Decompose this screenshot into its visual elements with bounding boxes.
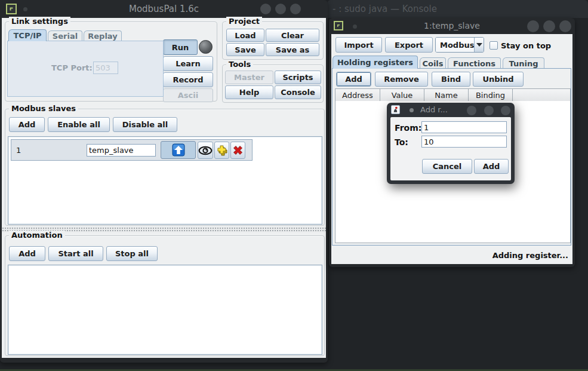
learn-button[interactable]: Learn: [163, 56, 213, 71]
chevron-down-icon[interactable]: [474, 38, 484, 52]
record-button[interactable]: Record: [163, 72, 213, 87]
status-text: Adding register...: [492, 251, 568, 260]
modbuspal-content: Link settings TCP/IP Serial Replay TCP P…: [2, 18, 326, 358]
titlebar-dot-icon: [410, 108, 414, 112]
register-unbind-button[interactable]: Unbind: [473, 72, 524, 87]
tcp-port-field[interactable]: [93, 62, 118, 74]
col-binding[interactable]: Binding: [469, 89, 513, 101]
start-all-button[interactable]: Start all: [48, 246, 103, 261]
konsole-titlebar: - : sudo java — Konsole: [327, 0, 588, 18]
automation-add-button[interactable]: Add: [9, 246, 45, 261]
add-registers-dialog: Add r... From: To: Cancel Add: [387, 103, 515, 184]
from-field[interactable]: [421, 121, 507, 133]
up-arrow-icon: [172, 143, 185, 157]
modbuspal-titlebar[interactable]: ModbusPal 1.6c: [0, 0, 328, 18]
project-title: Project: [226, 17, 262, 26]
tab-holding-registers[interactable]: Holding registers: [333, 56, 418, 69]
dialog-content: From: To: Cancel Add: [390, 117, 511, 180]
slave-id: 1: [16, 146, 21, 155]
clear-button[interactable]: Clear: [266, 29, 319, 42]
maximize-button[interactable]: [275, 4, 286, 14]
maximize-button[interactable]: [484, 106, 494, 115]
dialog-add-button[interactable]: Add: [474, 159, 509, 174]
modbuspal-window: ModbusPal 1.6c Link settings TCP/IP Seri…: [0, 0, 328, 363]
combobox-value: Modbus: [436, 38, 474, 52]
to-label: To:: [395, 137, 408, 147]
load-button[interactable]: Load: [226, 29, 264, 42]
slave-add-button[interactable]: Add: [9, 117, 45, 132]
close-button[interactable]: [290, 4, 301, 14]
double-plus-icon: [216, 144, 229, 157]
maximize-button[interactable]: [543, 20, 555, 32]
link-led-icon: [199, 40, 213, 54]
scripts-button[interactable]: Scripts: [275, 70, 321, 84]
to-field[interactable]: [421, 136, 507, 148]
tab-functions[interactable]: Functions: [448, 57, 501, 69]
console-button[interactable]: Console: [275, 85, 321, 99]
dialog-app-icon: [391, 105, 400, 114]
delete-x-icon: [232, 144, 244, 157]
automation-title: Automation: [9, 231, 65, 240]
tools-title: Tools: [226, 60, 253, 69]
konsole-title: - : sudo java — Konsole: [333, 4, 437, 14]
dialog-title: Add r...: [420, 105, 448, 114]
eye-icon: [198, 146, 213, 155]
tab-tcpip[interactable]: TCP/IP: [8, 29, 47, 41]
minimize-button[interactable]: [527, 20, 539, 32]
from-label: From:: [395, 123, 421, 133]
stay-on-top-checkbox[interactable]: [490, 41, 498, 50]
tcp-port-label: TCP Port:: [51, 63, 93, 72]
stop-all-button[interactable]: Stop all: [106, 246, 158, 261]
col-name[interactable]: Name: [424, 89, 469, 101]
stay-on-top-label: Stay on top: [501, 41, 551, 50]
run-button[interactable]: Run: [163, 39, 198, 55]
enable-all-button[interactable]: Enable all: [48, 117, 110, 132]
slave-eye-button[interactable]: [198, 142, 213, 159]
col-value[interactable]: Value: [380, 89, 424, 101]
save-as-button[interactable]: Save as: [266, 43, 319, 56]
automation-list[interactable]: [8, 265, 322, 355]
slave-row: 1: [11, 139, 253, 161]
import-button[interactable]: Import: [335, 37, 382, 53]
export-button[interactable]: Export: [385, 37, 433, 53]
minimize-button[interactable]: [260, 4, 271, 14]
slave-name-field[interactable]: [87, 144, 156, 157]
slave-duplicate-button[interactable]: [214, 142, 229, 159]
tab-tuning[interactable]: Tuning: [503, 57, 544, 69]
register-remove-button[interactable]: Remove: [375, 72, 428, 87]
tcpip-panel: TCP Port:: [7, 41, 164, 97]
dialog-cancel-button[interactable]: Cancel: [422, 159, 472, 174]
slave-enabled-toggle[interactable]: [161, 141, 196, 159]
tab-replay[interactable]: Replay: [84, 30, 122, 41]
save-button[interactable]: Save: [226, 43, 264, 56]
disable-all-button[interactable]: Disable all: [113, 117, 177, 132]
link-settings-title: Link settings: [9, 17, 70, 26]
register-add-button[interactable]: Add: [336, 72, 371, 87]
tab-serial[interactable]: Serial: [48, 30, 82, 41]
slave-titlebar[interactable]: 1:temp_slave: [329, 18, 575, 34]
col-address[interactable]: Address: [335, 89, 380, 101]
help-button[interactable]: Help: [225, 85, 273, 99]
register-bind-button[interactable]: Bind: [432, 72, 470, 87]
close-button[interactable]: [501, 106, 510, 115]
protocol-combobox[interactable]: Modbus: [435, 37, 484, 53]
col-empty[interactable]: [513, 89, 570, 101]
tab-coils[interactable]: Coils: [420, 57, 446, 69]
close-button[interactable]: [559, 20, 571, 32]
master-button: Master: [225, 70, 273, 84]
table-header-row: Address Value Name Binding: [335, 88, 571, 102]
minimize-button[interactable]: [467, 106, 476, 115]
modbus-slaves-title: Modbus slaves: [9, 104, 78, 113]
slave-delete-button[interactable]: [230, 142, 245, 159]
ascii-button: Ascii: [163, 88, 213, 102]
